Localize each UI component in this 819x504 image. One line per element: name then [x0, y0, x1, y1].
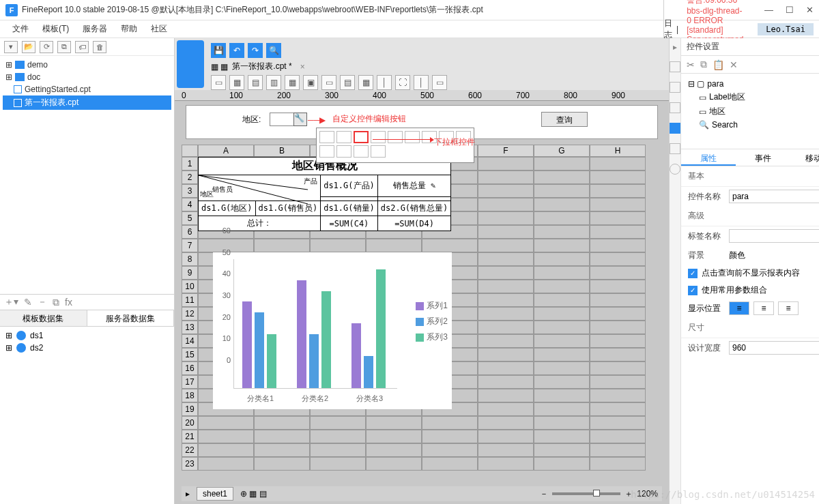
widget-option[interactable]: [319, 131, 334, 143]
func-ds-icon[interactable]: fx: [65, 297, 72, 308]
bar-chart[interactable]: 0102030405060 系列1系列2系列3 分类名1分类名2分类名3: [213, 252, 452, 409]
tab-props[interactable]: 属性: [681, 149, 736, 166]
tree-file-selected[interactable]: 第一张报表.cpt: [3, 95, 171, 110]
tree-node[interactable]: ⊟ ▢ para: [685, 78, 819, 90]
widget-btn-5[interactable]: ▦: [285, 75, 300, 90]
save-icon[interactable]: 💾: [211, 43, 226, 58]
zoom-in-icon[interactable]: ＋: [624, 488, 633, 500]
tab-close-icon[interactable]: ×: [300, 62, 305, 72]
widget-option[interactable]: [336, 131, 351, 143]
undo-icon[interactable]: ↶: [229, 43, 244, 58]
param-input[interactable]: [270, 113, 294, 126]
widget-tree: ⊟ ▢ para ▭ Label地区 ▭ 地区 🔍 Search: [681, 74, 819, 135]
side-tab-2[interactable]: [670, 82, 680, 93]
widget-btn-13[interactable]: ▭: [432, 75, 447, 90]
preview-icon[interactable]: [177, 40, 204, 88]
dataset-item[interactable]: ⊞ ds1: [3, 329, 171, 342]
tree-folder[interactable]: ⊞ doc: [3, 71, 171, 83]
log-label: 日志: [664, 18, 672, 41]
menu-file[interactable]: 文件: [5, 23, 35, 35]
widget-btn-9[interactable]: ▦: [358, 75, 373, 90]
zoom-slider[interactable]: [552, 492, 620, 495]
widget-btn-6[interactable]: ▣: [303, 75, 318, 90]
widget-btn-1[interactable]: ▭: [211, 75, 226, 90]
tab-template-ds[interactable]: 模板数据集: [0, 310, 87, 326]
zoom-out-icon[interactable]: －: [540, 488, 548, 500]
menu-help[interactable]: 帮助: [114, 23, 144, 35]
control-name-input[interactable]: [729, 190, 819, 203]
widget-btn-11[interactable]: ⛶: [395, 75, 410, 90]
refresh-icon[interactable]: ⟳: [40, 41, 53, 53]
query-button[interactable]: 查询: [541, 112, 588, 127]
tree-node[interactable]: ▭ Label地区: [685, 90, 819, 104]
tab-events[interactable]: 事件: [736, 149, 790, 166]
file-tab[interactable]: ▦ ▦ 第一张报表.cpt *×: [208, 61, 450, 72]
widget-btn-2[interactable]: ▦: [229, 75, 244, 90]
report-table[interactable]: 地区销售概况 产品 销售员 地区 ds1.G(产品) 销售总量 ✎: [198, 157, 451, 231]
design-width-input[interactable]: [729, 341, 819, 355]
tree-node[interactable]: ▭ 地区: [685, 104, 819, 119]
widget-option[interactable]: [405, 131, 420, 143]
checkbox[interactable]: ✓: [688, 286, 698, 295]
side-tab-1[interactable]: [670, 61, 680, 72]
widget-option[interactable]: [336, 145, 351, 158]
delete-icon[interactable]: ✕: [730, 59, 738, 70]
widget-option[interactable]: [371, 145, 386, 158]
side-tab-3[interactable]: [670, 102, 680, 113]
menu-bar: 文件 模板(T) 服务器 帮助 社区 日志 | 警告:09:06:36 bbs-…: [0, 20, 819, 38]
align-left[interactable]: ≡: [729, 301, 749, 315]
design-canvas[interactable]: 地区: 🔧 ──▶ 自定义控件编辑按钮 查询: [175, 101, 669, 504]
side-tab-6[interactable]: [670, 164, 680, 175]
checkbox[interactable]: ✓: [688, 269, 698, 278]
widget-option[interactable]: [388, 131, 403, 143]
tree-folder[interactable]: ⊞ demo: [3, 59, 171, 71]
widget-option[interactable]: [354, 145, 369, 158]
paste-icon[interactable]: 📋: [713, 59, 724, 70]
widget-btn-10[interactable]: │: [377, 75, 392, 90]
copy-icon[interactable]: ⧉: [700, 59, 707, 70]
ruler: 0100200300400500600700800900: [175, 90, 669, 101]
sheet-tab[interactable]: sheet1: [197, 487, 233, 501]
panel-toolbar: ✂ ⧉ 📋 ✕: [681, 56, 819, 74]
dataset-item[interactable]: ⊞ ds2: [3, 342, 171, 354]
add-ds-icon[interactable]: ＋▾: [4, 296, 18, 308]
widget-btn-4[interactable]: ▥: [266, 75, 281, 90]
widget-btn-12[interactable]: │: [414, 75, 429, 90]
align-right[interactable]: ≡: [778, 301, 799, 315]
add-sheet-icon[interactable]: ⊕ ▦ ▤: [240, 489, 267, 499]
widget-btn-7[interactable]: ▭: [321, 75, 336, 90]
side-tab-5[interactable]: [670, 143, 680, 154]
menu-community[interactable]: 社区: [144, 23, 174, 35]
param-label: 地区:: [242, 114, 261, 125]
dataset-tabs: 模板数据集 服务器数据集: [0, 310, 174, 327]
clone-icon[interactable]: ⧉: [57, 41, 71, 53]
search-icon[interactable]: 🔍: [266, 43, 281, 58]
widget-btn-8[interactable]: ▤: [340, 75, 355, 90]
edit-ds-icon[interactable]: ✎: [24, 297, 32, 308]
widget-btn-3[interactable]: ▤: [248, 75, 263, 90]
label-name-input[interactable]: [729, 229, 819, 243]
cut-icon[interactable]: ✂: [687, 59, 695, 70]
widget-option[interactable]: [319, 145, 334, 158]
side-tab-4[interactable]: [670, 123, 680, 134]
redo-icon[interactable]: ↷: [248, 43, 263, 58]
sheet-tabs: ▸ sheet1 ⊕ ▦ ▤ － ＋ 120%: [182, 486, 662, 501]
tree-file[interactable]: GettingStarted.cpt: [3, 83, 171, 95]
user-badge[interactable]: Leo.Tsai: [758, 23, 814, 35]
new-file-icon[interactable]: ▾: [4, 41, 18, 53]
remove-ds-icon[interactable]: －: [38, 296, 47, 308]
tab-mobile[interactable]: 移动端: [790, 149, 819, 166]
copy-ds-icon[interactable]: ⧉: [53, 297, 59, 308]
delete-icon[interactable]: 🗑: [93, 41, 106, 53]
tree-node[interactable]: 🔍 Search: [685, 119, 819, 131]
menu-template[interactable]: 模板(T): [35, 23, 76, 35]
rename-icon[interactable]: 🏷: [75, 41, 89, 53]
arrow-icon: ──▶: [308, 115, 326, 125]
widget-edit-button[interactable]: 🔧: [293, 113, 307, 126]
widget-option[interactable]: [371, 131, 386, 143]
tab-server-ds[interactable]: 服务器数据集: [87, 310, 175, 326]
widget-option-dropdown[interactable]: [354, 131, 369, 143]
align-center[interactable]: ≡: [753, 301, 774, 315]
open-folder-icon[interactable]: 📂: [22, 41, 35, 53]
menu-server[interactable]: 服务器: [76, 23, 114, 35]
